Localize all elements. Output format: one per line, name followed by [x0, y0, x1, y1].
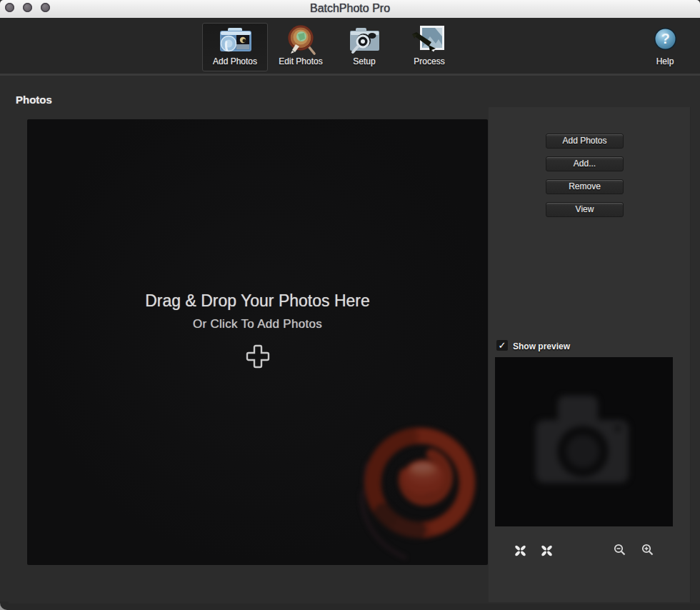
svg-text:?: ? [661, 31, 669, 46]
